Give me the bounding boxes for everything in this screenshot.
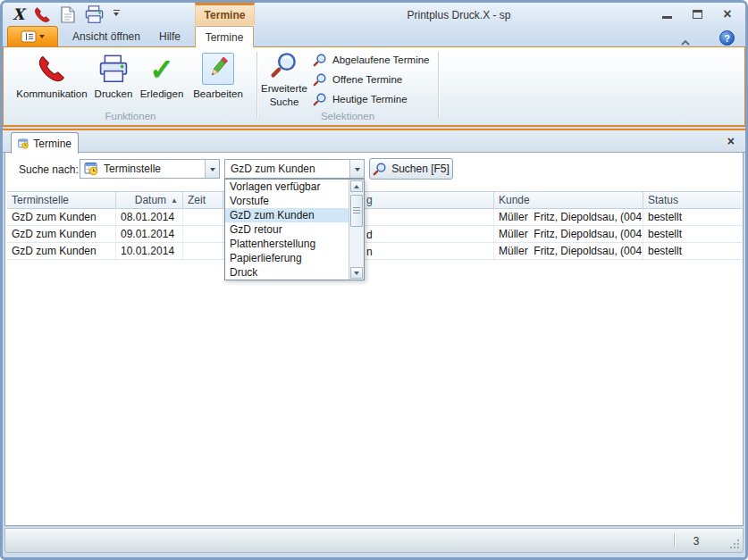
covered-cell-fragment: n (366, 246, 373, 258)
pencil-icon (202, 51, 234, 87)
tab-hilfe[interactable]: Hilfe (149, 27, 190, 46)
termine-panel: Suche nach: Terminstelle GzD zum Kunden … (4, 153, 744, 526)
printer-icon[interactable] (83, 4, 105, 24)
qat-overflow-icon[interactable] (109, 4, 123, 24)
cell-status: bestellt (643, 209, 742, 225)
dropdown-item[interactable]: Vorstufe (225, 194, 349, 208)
table-header-row: Terminstelle Datum ▲ Zeit Kunde Status (7, 191, 742, 209)
offene-termine-button[interactable]: Offene Termine (309, 70, 433, 89)
column-header-terminstelle[interactable]: Terminstelle (7, 192, 116, 208)
item-label: Abgelaufene Termine (332, 54, 429, 65)
cell-terminstelle: GzD zum Kunden (7, 226, 116, 242)
termine-calendar-clock-icon (84, 162, 98, 176)
abgelaufene-termine-button[interactable]: Abgelaufene Termine (309, 50, 433, 70)
resize-grip[interactable] (729, 539, 739, 548)
table-row[interactable]: GzD zum Kunden 08.01.2014 Müller Fritz, … (7, 209, 742, 226)
column-header-zeit[interactable]: Zeit (183, 192, 223, 208)
dropdown-scrollbar[interactable] (349, 180, 364, 280)
cell-kunde: Müller Fritz, Diepoldsau, (004... (494, 209, 643, 225)
collapse-ribbon-button[interactable] (679, 35, 693, 46)
document-icon[interactable] (57, 4, 79, 24)
tab-ansicht-oeffnen[interactable]: Ansicht öffnen (63, 27, 149, 46)
query-dropdown-list: Vorlagen verfügbar Vorstufe GzD zum Kund… (224, 179, 365, 280)
erweiterte-suche-button[interactable]: Erweiterte Suche (260, 50, 308, 108)
dropdown-arrow-button[interactable] (205, 160, 219, 178)
app-window: X Termine Printplus Druck.X - sp × (0, 0, 748, 560)
heutige-termine-button[interactable]: Heutige Termine (309, 89, 433, 109)
selected-highlight (202, 53, 234, 85)
dropdown-arrow-button[interactable] (349, 160, 364, 178)
magnifier-icon (313, 53, 327, 67)
column-header-kunde[interactable]: Kunde (494, 192, 643, 208)
help-button[interactable]: ? (719, 30, 735, 46)
scroll-up-icon[interactable] (350, 180, 363, 192)
statusbar-divider (674, 533, 675, 547)
cell-zeit (183, 243, 223, 259)
minimize-button[interactable] (658, 7, 676, 21)
contextual-tab-header: Termine (195, 3, 255, 25)
ribbon-group-selektionen: Erweiterte Suche Abgelaufene Termine Off… (258, 47, 437, 124)
restore-button[interactable] (688, 7, 706, 21)
close-button[interactable]: × (719, 7, 736, 21)
chevron-down-icon (355, 168, 360, 174)
bearbeiten-button[interactable]: Bearbeiten (188, 51, 248, 99)
group-label-selektionen: Selektionen (258, 111, 437, 121)
covered-header-fragment: g (366, 194, 373, 206)
dropdown-items: Vorlagen verfügbar Vorstufe GzD zum Kund… (225, 180, 349, 280)
app-menu-icon (21, 30, 37, 43)
dropdown-item[interactable]: Druck (225, 265, 349, 280)
cell-zeit (183, 226, 223, 242)
scroll-down-icon[interactable] (350, 267, 363, 279)
chevron-down-icon (39, 35, 45, 41)
button-label: Suchen [F5] (391, 163, 450, 175)
drucken-button[interactable]: Drucken (91, 51, 136, 99)
magnifier-icon (313, 72, 327, 87)
search-query-combobox[interactable]: GzD zum Kunden (224, 159, 365, 179)
close-icon: × (723, 7, 731, 21)
covered-cell-fragment: d (366, 229, 373, 241)
magnifier-icon (373, 162, 387, 176)
cell-terminstelle: GzD zum Kunden (7, 243, 116, 259)
window-title: Printplus Druck.X - sp (271, 9, 647, 21)
application-menu-button[interactable] (7, 26, 58, 46)
table-row[interactable]: GzD zum Kunden 10.01.2014 Müller Fritz, … (7, 243, 742, 260)
doc-tab-termine[interactable]: Termine (11, 132, 79, 154)
scrollbar-thumb[interactable] (350, 195, 363, 227)
phone-icon (36, 51, 68, 87)
quick-access-toolbar: X (10, 4, 123, 24)
kommunikation-button[interactable]: Kommunikation (13, 51, 91, 99)
phone-icon[interactable] (31, 4, 53, 24)
erledigen-button[interactable]: ✓ Erledigen (136, 51, 188, 99)
cell-kunde: Müller Fritz, Diepoldsau, (004... (494, 226, 643, 242)
dropdown-item[interactable]: Plattenherstellung (225, 237, 349, 251)
item-label: Offene Termine (332, 74, 402, 85)
cell-status: bestellt (643, 226, 742, 242)
column-header-datum[interactable]: Datum ▲ (116, 192, 183, 208)
tab-termine[interactable]: Termine (195, 26, 254, 47)
cell-datum: 09.01.2014 (116, 226, 183, 242)
dropdown-item[interactable]: Vorlagen verfügbar (225, 180, 349, 194)
magnifier-icon (313, 92, 327, 106)
dropdown-item-selected[interactable]: GzD zum Kunden (225, 208, 349, 222)
suchen-button[interactable]: Suchen [F5] (369, 158, 453, 180)
sort-ascending-icon: ▲ (171, 196, 178, 205)
button-label: Kommunikation (16, 88, 87, 99)
search-label: Suche nach: (19, 163, 79, 176)
item-label: Heutige Termine (332, 94, 408, 104)
title-bar: X Termine Printplus Druck.X - sp × (3, 3, 745, 46)
doc-tab-label: Termine (33, 138, 71, 150)
group-separator (256, 52, 257, 118)
dropdown-item[interactable]: GzD retour (225, 222, 349, 237)
table-row[interactable]: GzD zum Kunden 09.01.2014 Müller Fritz, … (7, 226, 742, 243)
record-count: 3 (681, 535, 711, 547)
cell-zeit (183, 209, 223, 225)
magnifier-icon (270, 50, 298, 81)
termine-table: Terminstelle Datum ▲ Zeit Kunde Status G… (7, 191, 742, 260)
group-label-funktionen: Funktionen (5, 111, 256, 121)
cell-datum: 08.01.2014 (116, 209, 183, 225)
button-label: Drucken (95, 88, 133, 99)
dropdown-item[interactable]: Papierlieferung (225, 251, 349, 265)
column-header-status[interactable]: Status (643, 192, 742, 208)
close-panel-icon[interactable]: × (727, 135, 735, 147)
search-field-selector[interactable]: Terminstelle (80, 159, 220, 179)
